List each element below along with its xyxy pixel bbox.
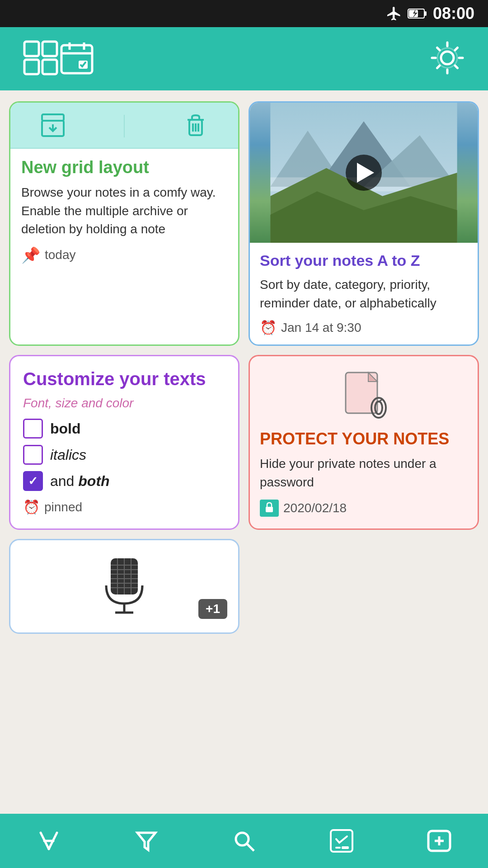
card-title: PROTECT YOUR NOTES: [260, 429, 468, 448]
file-attachment-icon-wrapper: [260, 368, 468, 422]
svg-rect-6: [24, 60, 39, 74]
note-card-new-grid[interactable]: New grid layout Browse your notes in a c…: [9, 101, 239, 346]
notes-grid: New grid layout Browse your notes in a c…: [0, 90, 488, 645]
card-title: Sort your notes A to Z: [260, 252, 468, 269]
trash-icon[interactable]: [182, 112, 209, 141]
svg-point-13: [441, 52, 454, 64]
battery-icon: [408, 7, 427, 20]
checkbox-both-row: ✓ and both: [23, 471, 225, 491]
card-title: New grid layout: [21, 158, 227, 177]
checkbox-bold[interactable]: [23, 419, 43, 439]
svg-rect-7: [42, 60, 57, 74]
card-footer: 📌 today: [21, 246, 227, 264]
checkbox-both-label: and both: [50, 473, 110, 490]
checkbox-italics-row: italics: [23, 445, 225, 465]
card-header-actions: [10, 103, 238, 149]
checkbox-italics-label: italics: [50, 447, 86, 463]
search-button[interactable]: [221, 823, 267, 859]
status-bar: 08:00: [0, 0, 488, 27]
card-body: PROTECT YOUR NOTES Hide your private not…: [250, 356, 478, 528]
card-footer-date: Jan 14 at 9:30: [281, 321, 361, 335]
checkbox-italics[interactable]: [23, 445, 43, 465]
bottom-nav: [0, 814, 488, 868]
card-body-text: Sort by date, category, priority, remind…: [260, 276, 468, 312]
svg-rect-1: [424, 11, 427, 16]
card-body-text: Hide your private notes under a password: [260, 455, 468, 491]
card-body-text: Browse your notes in a comfy way. Enable…: [21, 184, 227, 239]
card-footer-date: pinned: [44, 500, 82, 514]
airplane-icon: [386, 5, 402, 22]
card-footer: 2020/02/18: [260, 500, 468, 517]
svg-point-53: [236, 833, 249, 845]
add-button[interactable]: [417, 823, 462, 859]
checkmark-icon: ✓: [28, 474, 38, 488]
card-title: Customize your texts: [23, 368, 225, 390]
plus-badge: +1: [198, 599, 227, 619]
top-bar: [0, 27, 488, 90]
card-body: Customize your texts Font, size and colo…: [10, 356, 238, 527]
svg-rect-15: [42, 114, 64, 121]
play-button[interactable]: [346, 155, 382, 191]
pin-icon: 📌: [21, 246, 40, 264]
archive-icon[interactable]: [39, 112, 66, 141]
note-card-sort[interactable]: Sort your notes A to Z Sort by date, cat…: [249, 101, 479, 346]
microphone-icon-wrapper: [84, 540, 165, 632]
note-card-customize[interactable]: Customize your texts Font, size and colo…: [9, 355, 239, 530]
clock: 08:00: [433, 4, 474, 23]
checklist-button[interactable]: [319, 823, 364, 859]
filter-button[interactable]: [124, 823, 169, 859]
card-footer: ⏰ Jan 14 at 9:30: [260, 320, 468, 335]
svg-line-54: [247, 844, 254, 851]
card-body: Sort your notes A to Z Sort by date, cat…: [250, 243, 478, 344]
calendar-button[interactable]: [59, 40, 95, 78]
checkbox-bold-row: bold: [23, 419, 225, 439]
svg-marker-52: [137, 833, 155, 850]
note-card-protect[interactable]: PROTECT YOUR NOTES Hide your private not…: [249, 355, 479, 530]
checkbox-both[interactable]: ✓: [23, 471, 43, 491]
alarm-icon: ⏰: [260, 320, 277, 335]
svg-rect-8: [61, 45, 92, 73]
card-footer: ⏰ pinned: [23, 499, 225, 515]
note-card-voice[interactable]: +1: [9, 539, 239, 634]
svg-rect-36: [266, 507, 273, 512]
card-footer-date: today: [45, 248, 76, 262]
play-triangle-icon: [357, 163, 374, 183]
settings-button[interactable]: [429, 40, 465, 78]
sort-button[interactable]: [26, 823, 71, 859]
grid-layout-button[interactable]: [23, 40, 59, 78]
alarm-purple-icon: ⏰: [23, 499, 40, 515]
mountain-image: [250, 103, 478, 243]
card-subtitle: Font, size and color: [23, 396, 225, 410]
card-body: New grid layout Browse your notes in a c…: [10, 149, 238, 273]
microphone-icon: [97, 554, 151, 617]
checkbox-bold-label: bold: [50, 420, 81, 437]
svg-rect-4: [24, 42, 39, 56]
status-icons: 08:00: [386, 4, 474, 23]
svg-rect-56: [342, 846, 349, 849]
svg-line-35: [379, 400, 382, 402]
lock-icon: [260, 500, 279, 517]
card-footer-date: 2020/02/18: [283, 501, 347, 515]
svg-rect-5: [42, 42, 57, 56]
file-attachment-icon: [339, 368, 389, 422]
